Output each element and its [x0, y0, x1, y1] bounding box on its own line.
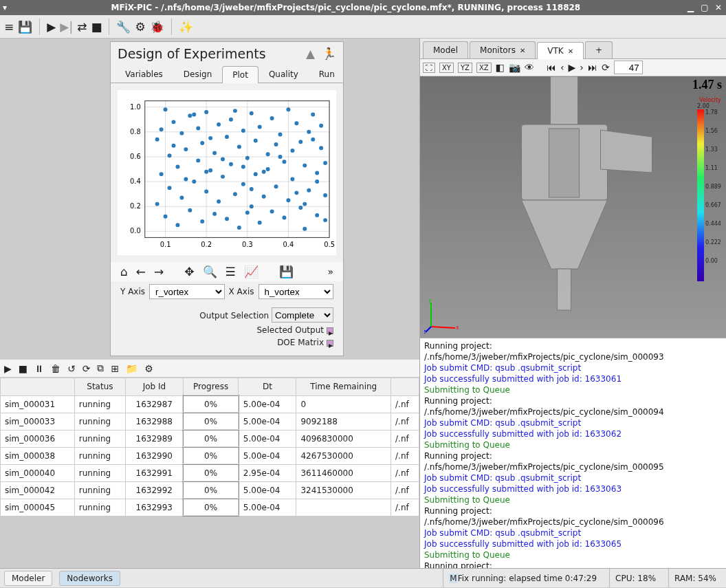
wrench-icon[interactable]: 🔧 [116, 20, 131, 34]
job-export-icon[interactable]: ⧉ [97, 362, 104, 374]
forward-icon[interactable]: → [154, 265, 164, 279]
right-tab-model[interactable]: Model [423, 41, 468, 58]
vtk-3d-view[interactable]: 1.47 s Velocity 2.00 1.781.561.331.110.8… [420, 76, 726, 338]
vtk-eye-icon[interactable]: 👁 [525, 62, 534, 73]
right-tab-monitors[interactable]: Monitors✕ [470, 41, 536, 58]
xaxis-select[interactable]: h_vortex [258, 284, 334, 299]
play-icon[interactable]: ▶ [47, 20, 56, 34]
vtk-prev-icon[interactable]: ‹ [560, 62, 564, 73]
back-icon[interactable]: ← [136, 265, 146, 279]
table-row[interactable]: sim_000040running16329910%2.95e-04361146… [1, 464, 419, 481]
vtk-colorbar: Velocity 2.00 1.781.561.331.110.8890.667… [697, 97, 723, 281]
selected-output-marker-icon[interactable]: ▸ [327, 327, 333, 334]
job-col-header[interactable]: Status [74, 378, 125, 396]
save-icon[interactable]: 💾 [18, 20, 32, 34]
plot-area[interactable]: 0.10.20.30.40.50.00.20.40.60.81.0 [118, 90, 336, 255]
doe-matrix-marker-icon[interactable]: ▸ [327, 340, 333, 347]
svg-point-95 [172, 144, 176, 148]
job-undo-icon[interactable]: ↺ [67, 363, 76, 374]
doe-title: Design of Experiments [118, 46, 306, 61]
svg-point-104 [294, 190, 298, 195]
doe-tab-design[interactable]: Design [173, 65, 222, 83]
menu-icon[interactable]: ≡ [4, 20, 14, 34]
configure-icon[interactable]: ☰ [226, 265, 236, 279]
job-folder-icon[interactable]: 📁 [126, 363, 138, 374]
warning-icon[interactable]: ▲ [306, 47, 315, 61]
svg-point-87 [307, 188, 311, 193]
job-col-header[interactable] [1, 378, 75, 396]
job-pause-icon[interactable]: ⏸ [34, 363, 44, 374]
svg-point-112 [204, 170, 208, 174]
vtk-next-icon[interactable]: › [580, 62, 584, 73]
job-table[interactable]: StatusJob IdProgressDtTime Remainingsim_… [0, 377, 419, 568]
vtk-play-icon[interactable]: ▶ [568, 62, 575, 73]
window-titlebar: ▾ MFiX-PIC - /.nfs/home/3/jweber/mfixPro… [0, 0, 726, 15]
tab-close-icon[interactable]: ✕ [520, 47, 525, 54]
doe-tab-run[interactable]: Run [309, 65, 345, 83]
job-col-header[interactable] [391, 378, 419, 396]
add-tab-button[interactable]: + [585, 41, 613, 58]
chart-icon[interactable]: 📈 [244, 265, 258, 279]
vtk-cube-icon[interactable]: ◧ [496, 62, 505, 73]
job-trash-icon[interactable]: 🗑 [51, 363, 60, 374]
pan-icon[interactable]: ✥ [184, 265, 194, 279]
doe-tab-quality[interactable]: Quality [258, 65, 309, 83]
vtk-last-icon[interactable]: ⏭ [588, 62, 597, 73]
vtk-perspective-icon[interactable]: ⛶ [423, 63, 435, 73]
job-col-header[interactable]: Job Id [126, 378, 184, 396]
job-refresh-icon[interactable]: ⟳ [82, 363, 91, 374]
window-minimize-icon[interactable]: ▁ [686, 3, 696, 12]
svg-point-76 [282, 160, 286, 164]
doe-panel: Design of Experiments ▲ 🏃 VariablesDesig… [110, 41, 344, 356]
bug-icon[interactable]: 🐞 [150, 20, 164, 34]
job-col-header[interactable]: Time Remaining [296, 378, 391, 396]
job-col-header[interactable]: Progress [183, 378, 238, 396]
savefig-icon[interactable]: 💾 [279, 265, 294, 279]
vtk-refresh-icon[interactable]: ⟳ [602, 62, 610, 73]
vtk-first-icon[interactable]: ⏮ [547, 62, 556, 73]
output-selection-label: Output Selection [199, 311, 269, 320]
zoom-icon[interactable]: 🔍 [203, 265, 217, 279]
sliders-icon[interactable]: ⚙ [135, 20, 145, 34]
window-close-icon[interactable]: ✕ [714, 3, 723, 12]
table-row[interactable]: sim_000038running16329900%5.00e-04426753… [1, 447, 419, 464]
log-pane[interactable]: Running project: /.nfs/home/3/jweber/mfi… [420, 338, 726, 568]
table-row[interactable]: sim_000045running16329930%5.00e-04/.nf [1, 499, 419, 516]
svg-point-69 [266, 167, 270, 171]
svg-point-28 [168, 153, 172, 157]
vtk-camera-icon[interactable]: 📷 [509, 62, 520, 73]
svg-text:1.0: 1.0 [130, 103, 141, 111]
window-maximize-icon[interactable]: ▢ [700, 3, 710, 12]
svg-point-82 [298, 206, 302, 210]
vtk-xy-icon[interactable]: XY [439, 63, 454, 73]
statusbar-tab-modeler[interactable]: Modeler [4, 571, 52, 586]
output-selection-select[interactable]: Complete [272, 307, 333, 323]
tab-close-icon[interactable]: ✕ [568, 47, 573, 55]
step-icon[interactable]: ▶| [60, 20, 73, 34]
home-icon[interactable]: ⌂ [120, 265, 128, 279]
table-row[interactable]: sim_000031running16329870%5.00e-040/.nf [1, 395, 419, 413]
table-row[interactable]: sim_000033running16329880%5.00e-04909218… [1, 413, 419, 430]
job-stop-icon[interactable]: ■ [19, 363, 28, 374]
vtk-xz-icon[interactable]: XZ [476, 63, 492, 73]
run-icon[interactable]: 🏃 [322, 47, 336, 61]
svg-point-100 [233, 109, 237, 113]
table-row[interactable]: sim_000036running16329890%5.00e-04409683… [1, 430, 419, 447]
job-col-header[interactable]: Dt [239, 378, 296, 396]
wand-icon[interactable]: ✨ [179, 20, 193, 34]
job-settings-icon[interactable]: ⚙ [144, 363, 153, 374]
svg-point-30 [172, 120, 176, 124]
table-row[interactable]: sim_000042running16329920%5.00e-04324153… [1, 481, 419, 499]
loop-icon[interactable]: ⇄ [77, 20, 87, 34]
job-import-icon[interactable]: ⊞ [111, 363, 119, 374]
vtk-frame-input[interactable] [614, 61, 643, 74]
statusbar-tab-nodeworks[interactable]: Nodeworks [59, 571, 120, 586]
doe-tab-plot[interactable]: Plot [222, 66, 258, 83]
job-play-icon[interactable]: ▶ [4, 363, 12, 374]
stop-icon[interactable]: ■ [91, 20, 102, 34]
doe-tab-variables[interactable]: Variables [115, 65, 173, 83]
yaxis-select[interactable]: r_vortex [149, 284, 225, 299]
vtk-yz-icon[interactable]: YZ [458, 63, 472, 73]
right-tab-vtk[interactable]: VTK✕ [537, 42, 584, 59]
chevron-right-icon[interactable]: » [327, 266, 333, 277]
